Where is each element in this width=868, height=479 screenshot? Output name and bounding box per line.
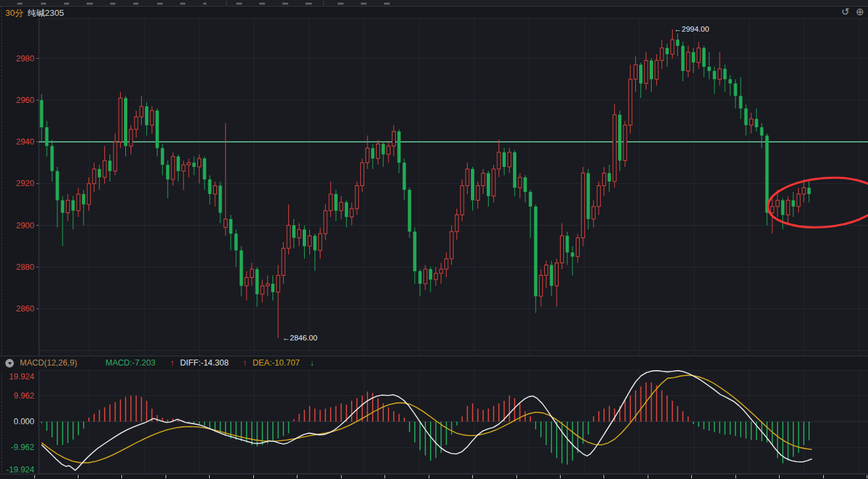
time-axis-tick <box>297 475 297 478</box>
candle-body <box>613 115 616 181</box>
candle-body <box>681 46 685 71</box>
price-axis-label: 2900 <box>16 221 34 230</box>
time-axis-tick <box>429 475 429 478</box>
candle-body <box>45 127 48 146</box>
time-axis-tick <box>341 475 342 478</box>
time-axis-tick <box>867 475 867 478</box>
candle-body <box>634 65 637 79</box>
time-axis-tick <box>385 475 385 478</box>
symbol-label[interactable]: 纯碱2305 <box>28 7 64 19</box>
time-axis-tick <box>735 475 736 478</box>
candle-body <box>413 232 416 271</box>
candle-body <box>623 125 627 161</box>
arrow-down-icon: ↓ <box>310 358 314 367</box>
toolbar-icon-stub[interactable] <box>236 3 242 5</box>
toolbar-separator <box>226 1 227 5</box>
collapsed-panel-border <box>1 6 2 479</box>
candle-body <box>150 111 154 125</box>
toolbar-icon-stub[interactable] <box>361 3 367 5</box>
price-axis-label: 2940 <box>16 137 34 146</box>
toolbar-icon-stub[interactable] <box>86 3 93 5</box>
candle-body <box>513 152 516 188</box>
price-annotation[interactable]: ←2994.00 <box>674 25 709 33</box>
candle-body <box>129 129 133 146</box>
time-axis-tick <box>472 475 473 478</box>
candle-body <box>471 169 474 200</box>
candle-body <box>271 284 274 292</box>
toolbar-icon-stub[interactable] <box>180 3 185 5</box>
candle-body <box>524 177 527 192</box>
collapse-panel-icon[interactable] <box>5 359 14 367</box>
time-axis-tick <box>604 475 604 478</box>
candle-body <box>592 207 595 219</box>
candle-body <box>297 230 301 238</box>
macd-indicator-header: MACD(12,26,9) MACD:-7.203 ↑ DIFF:-14.308… <box>0 356 868 370</box>
undo-icon[interactable]: ↺ <box>841 5 850 18</box>
candle-body <box>802 188 805 194</box>
candle-body <box>618 115 621 161</box>
candle-body <box>113 142 117 171</box>
drawing-toolbar[interactable] <box>0 0 868 7</box>
candle-body <box>797 194 800 207</box>
main-plot-area[interactable] <box>39 18 868 356</box>
candle-body <box>145 106 148 125</box>
candle-body <box>397 131 400 162</box>
toolbar-icon-stub[interactable] <box>338 3 344 5</box>
candle-body <box>739 96 743 108</box>
macd-axis-label: 9.962 <box>14 391 34 400</box>
candle-body <box>208 179 212 194</box>
toolbar-icon-stub[interactable] <box>133 3 139 5</box>
candle-body <box>561 236 564 263</box>
arrow-up-icon: ↑ <box>243 358 247 367</box>
candle-body <box>566 236 569 252</box>
candle-body <box>340 203 343 211</box>
zoom-in-icon[interactable]: ⊕ <box>855 5 864 18</box>
candle-body <box>760 127 763 136</box>
toolbar-icon-stub[interactable] <box>305 3 312 5</box>
time-axis-tick <box>691 475 692 478</box>
time-axis-tick <box>516 475 517 478</box>
timeframe-label[interactable]: 30分 <box>5 7 23 19</box>
chart-titlebar: 30分 纯碱2305 ↺ ⊕ <box>0 7 868 19</box>
candle-body <box>655 61 658 79</box>
macd-params-label[interactable]: MACD(12,26,9) <box>20 358 77 367</box>
time-axis[interactable] <box>0 474 868 479</box>
toolbar-icon-stub[interactable] <box>157 3 163 5</box>
macd-axis-label: -19.924 <box>7 465 34 474</box>
toolbar-icon-stub[interactable] <box>41 3 46 5</box>
candle-body <box>77 194 80 210</box>
candle-body <box>40 100 44 127</box>
candlestick-macd-chart[interactable]: 298029602940292029002880286019.9249.9620… <box>0 0 868 479</box>
candle-body <box>334 194 338 210</box>
candle-body <box>503 152 506 167</box>
candle-body <box>350 208 354 217</box>
toolbar-icon-stub[interactable] <box>384 3 390 5</box>
candle-body <box>292 226 295 238</box>
price-axis-label: 2960 <box>16 96 34 105</box>
toolbar-icon-stub[interactable] <box>203 3 206 5</box>
toolbar-icon-stub[interactable] <box>110 3 115 5</box>
candle-body <box>108 160 111 171</box>
candle-body <box>692 52 695 63</box>
price-annotation[interactable]: ←2846.00 <box>282 334 317 342</box>
candle-body <box>135 117 138 129</box>
candle-body <box>744 108 747 125</box>
candle-body <box>382 144 385 154</box>
candle-body <box>371 148 375 158</box>
trading-chart-window: 30分 纯碱2305 ↺ ⊕ 2980296029402920290028802… <box>0 0 868 479</box>
candle-body <box>713 71 716 79</box>
toolbar-icon-stub[interactable] <box>17 3 22 5</box>
candle-body <box>124 98 127 146</box>
candle-body <box>71 201 75 211</box>
candle-body <box>308 236 311 246</box>
candle-body <box>156 111 159 148</box>
candle-body <box>729 79 732 83</box>
toolbar-icon-stub[interactable] <box>64 3 69 5</box>
candle-body <box>466 169 469 185</box>
candle-body <box>161 148 164 164</box>
candle-body <box>171 156 175 179</box>
macd-value-label: MACD:-7.203 <box>106 358 156 367</box>
toolbar-icon-stub[interactable] <box>282 3 288 5</box>
toolbar-icon-stub[interactable] <box>259 3 265 5</box>
candle-body <box>607 173 611 181</box>
